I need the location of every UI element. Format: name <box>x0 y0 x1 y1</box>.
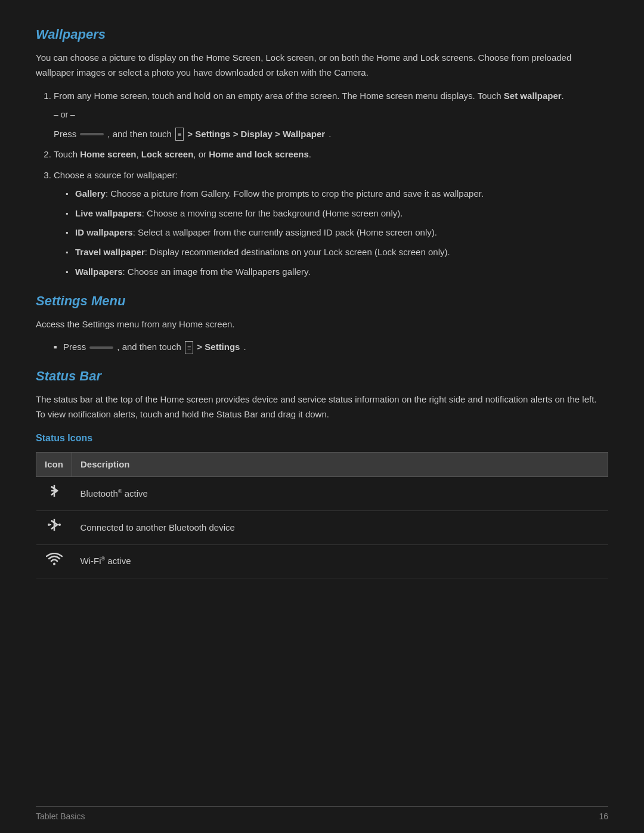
step1-bold: Set wallpaper <box>504 91 562 101</box>
source-live: Live wallpapers: Choose a moving scene f… <box>66 206 608 221</box>
content-area: Wallpapers You can choose a picture to d… <box>36 24 608 578</box>
wifi-superscript: ® <box>101 556 105 562</box>
travel-text: : Display recommended destinations on yo… <box>145 247 450 257</box>
bluetooth-description: Bluetooth® active <box>72 476 608 510</box>
bluetooth-connected-icon-cell <box>36 510 72 544</box>
step-3: Choose a source for wallpaper: Gallery: … <box>54 168 608 280</box>
status-bar-title: Status Bar <box>36 366 608 386</box>
wallpapers-intro: You can choose a picture to display on t… <box>36 51 608 80</box>
bluetooth-icon <box>47 483 62 498</box>
col-description-header: Description <box>72 452 608 476</box>
source-id: ID wallpapers: Select a wallpaper from t… <box>66 225 608 240</box>
step2-home: Home screen <box>80 149 136 159</box>
step-2: Touch Home screen, Lock screen, or Home … <box>54 147 608 162</box>
id-label: ID wallpapers <box>75 227 133 237</box>
press-path-1: > Settings > Display > Wallpaper <box>187 127 325 142</box>
settings-menu-section: Settings Menu Access the Settings menu f… <box>36 290 608 355</box>
live-label: Live wallpapers <box>75 208 142 218</box>
settings-menu-title: Settings Menu <box>36 290 608 311</box>
wallpapers-text: : Choose an image from the Wallpapers ga… <box>122 267 310 277</box>
wifi-icon-cell <box>36 544 72 578</box>
status-bar-intro: The status bar at the top of the Home sc… <box>36 392 608 422</box>
gallery-text: : Choose a picture from Gallery. Follow … <box>106 188 484 199</box>
id-text: : Select a wallpaper from the currently … <box>133 227 437 237</box>
menu-icon-1: ≡ <box>175 128 184 141</box>
status-icons-label: Status Icons <box>36 431 608 446</box>
press-path-2: > Settings <box>197 340 240 355</box>
press-text-2: Press <box>63 340 86 355</box>
page: Wallpapers You can choose a picture to d… <box>0 0 644 833</box>
wifi-description: Wi-Fi® active <box>72 544 608 578</box>
press-text-1: Press <box>54 127 76 142</box>
table-body: Bluetooth® active <box>36 476 608 578</box>
table-row: Bluetooth® active <box>36 476 608 510</box>
press-comma-1: , and then touch <box>107 127 172 142</box>
settings-menu-intro: Access the Settings menu from any Home s… <box>36 317 608 332</box>
bluetooth-icon-cell <box>36 476 72 510</box>
source-travel: Travel wallpaper: Display recommended de… <box>66 245 608 260</box>
source-gallery: Gallery: Choose a picture from Gallery. … <box>66 187 608 202</box>
travel-label: Travel wallpaper <box>75 247 145 257</box>
wifi-icon <box>46 553 63 566</box>
wallpapers-label: Wallpapers <box>75 267 122 277</box>
svg-point-3 <box>58 524 61 526</box>
status-bar-section: Status Bar The status bar at the top of … <box>36 366 608 578</box>
wallpapers-section: Wallpapers You can choose a picture to d… <box>36 24 608 280</box>
page-footer: Tablet Basics 16 <box>36 806 608 821</box>
wallpapers-title: Wallpapers <box>36 24 608 45</box>
bluetooth-superscript: ® <box>118 488 122 494</box>
or-divider: – or – <box>54 108 608 122</box>
home-button-2 <box>89 346 113 349</box>
live-text: : Choose a moving scene for the backgrou… <box>142 208 403 218</box>
svg-point-6 <box>53 563 55 565</box>
settings-bullet-list: Press , and then touch ≡ > Settings. <box>54 340 608 355</box>
settings-press-item: Press , and then touch ≡ > Settings. <box>54 340 608 355</box>
press-line-2: Press , and then touch ≡ > Settings. <box>63 340 608 355</box>
table-row: Wi-Fi® active <box>36 544 608 578</box>
step2-lock: Lock screen <box>141 149 194 159</box>
gallery-label: Gallery <box>75 188 106 199</box>
wallpapers-steps: From any Home screen, touch and hold on … <box>54 89 608 280</box>
bluetooth-connected-description: Connected to another Bluetooth device <box>72 510 608 544</box>
footer-left: Tablet Basics <box>36 812 85 821</box>
press-period-2: . <box>243 340 246 355</box>
svg-point-2 <box>48 524 50 526</box>
step3-text: Choose a source for wallpaper: <box>54 170 178 180</box>
status-icons-table: Icon Description <box>36 452 608 579</box>
press-comma-2: , and then touch <box>117 340 181 355</box>
menu-icon-2: ≡ <box>185 341 193 354</box>
home-button-1 <box>80 133 104 135</box>
press-period-1: . <box>329 127 331 142</box>
step-1: From any Home screen, touch and hold on … <box>54 89 608 142</box>
bluetooth-connected-icon <box>47 517 62 532</box>
wallpaper-sources: Gallery: Choose a picture from Gallery. … <box>66 187 608 280</box>
step2-both: Home and lock screens <box>209 149 309 159</box>
footer-right: 16 <box>599 812 608 821</box>
source-wallpapers: Wallpapers: Choose an image from the Wal… <box>66 265 608 280</box>
press-line-1: Press , and then touch ≡ > Settings > Di… <box>54 127 608 142</box>
table-header-row: Icon Description <box>36 452 608 476</box>
col-icon-header: Icon <box>36 452 72 476</box>
table-row: Connected to another Bluetooth device <box>36 510 608 544</box>
